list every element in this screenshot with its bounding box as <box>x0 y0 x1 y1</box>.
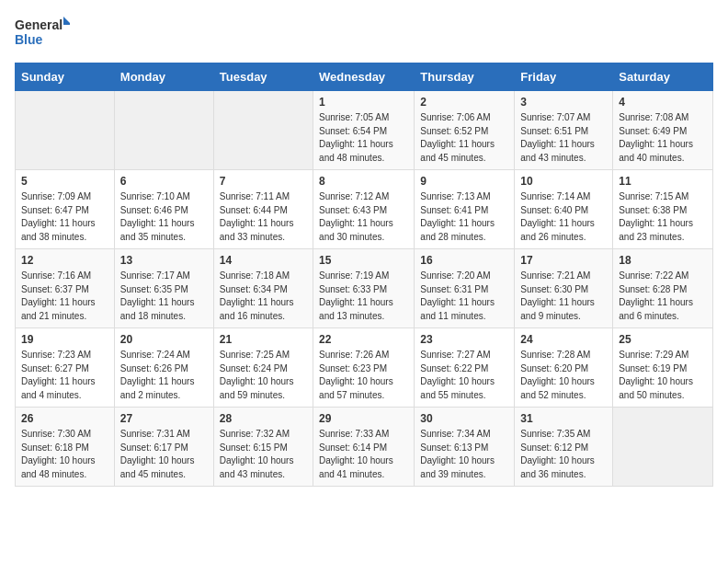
day-info: Sunrise: 7:17 AMSunset: 6:35 PMDaylight:… <box>120 270 208 323</box>
day-info: Sunrise: 7:09 AMSunset: 6:47 PMDaylight:… <box>21 190 108 244</box>
day-number: 8 <box>319 175 408 188</box>
svg-text:General: General <box>15 17 63 32</box>
calendar-day-cell: 11Sunrise: 7:15 AMSunset: 6:38 PMDayligh… <box>613 170 713 249</box>
calendar-day-cell: 19Sunrise: 7:23 AMSunset: 6:27 PMDayligh… <box>16 328 115 408</box>
calendar-day-cell <box>16 91 115 170</box>
day-number: 19 <box>21 333 108 346</box>
day-number: 24 <box>520 333 607 346</box>
day-number: 10 <box>520 175 607 188</box>
calendar-day-cell: 18Sunrise: 7:22 AMSunset: 6:28 PMDayligh… <box>613 249 713 328</box>
day-info: Sunrise: 7:08 AMSunset: 6:49 PMDaylight:… <box>619 111 707 165</box>
svg-text:Blue: Blue <box>15 32 43 47</box>
logo-svg: General Blue <box>15 15 70 52</box>
day-info: Sunrise: 7:14 AMSunset: 6:40 PMDaylight:… <box>520 190 607 244</box>
day-info: Sunrise: 7:24 AMSunset: 6:26 PMDaylight:… <box>120 349 208 402</box>
day-info: Sunrise: 7:20 AMSunset: 6:31 PMDaylight:… <box>420 270 508 323</box>
day-info: Sunrise: 7:21 AMSunset: 6:30 PMDaylight:… <box>520 270 607 323</box>
calendar-day-cell: 31Sunrise: 7:35 AMSunset: 6:12 PMDayligh… <box>515 408 613 487</box>
day-info: Sunrise: 7:23 AMSunset: 6:27 PMDaylight:… <box>21 349 108 402</box>
day-number: 21 <box>220 333 307 346</box>
day-info: Sunrise: 7:25 AMSunset: 6:24 PMDaylight:… <box>220 349 307 402</box>
calendar-weekday-header: Wednesday <box>313 63 415 91</box>
day-info: Sunrise: 7:16 AMSunset: 6:37 PMDaylight:… <box>21 270 108 323</box>
day-info: Sunrise: 7:33 AMSunset: 6:14 PMDaylight:… <box>319 428 408 481</box>
calendar-week-row: 12Sunrise: 7:16 AMSunset: 6:37 PMDayligh… <box>16 249 713 328</box>
day-number: 17 <box>520 254 607 267</box>
day-info: Sunrise: 7:32 AMSunset: 6:15 PMDaylight:… <box>220 428 307 481</box>
day-info: Sunrise: 7:30 AMSunset: 6:18 PMDaylight:… <box>21 428 108 481</box>
calendar-day-cell <box>114 91 213 170</box>
day-number: 9 <box>420 175 508 188</box>
day-info: Sunrise: 7:26 AMSunset: 6:23 PMDaylight:… <box>319 349 408 402</box>
calendar-day-cell: 27Sunrise: 7:31 AMSunset: 6:17 PMDayligh… <box>114 408 213 487</box>
calendar-day-cell: 6Sunrise: 7:10 AMSunset: 6:46 PMDaylight… <box>114 170 213 249</box>
day-info: Sunrise: 7:31 AMSunset: 6:17 PMDaylight:… <box>120 428 208 481</box>
calendar-weekday-header: Tuesday <box>213 63 313 91</box>
day-number: 23 <box>420 333 508 346</box>
day-number: 22 <box>319 333 408 346</box>
calendar-weekday-header: Monday <box>114 63 213 91</box>
calendar-day-cell: 8Sunrise: 7:12 AMSunset: 6:43 PMDaylight… <box>313 170 415 249</box>
calendar-day-cell: 29Sunrise: 7:33 AMSunset: 6:14 PMDayligh… <box>313 408 415 487</box>
day-number: 7 <box>220 175 307 188</box>
day-info: Sunrise: 7:12 AMSunset: 6:43 PMDaylight:… <box>319 190 408 244</box>
calendar-weekday-header: Sunday <box>16 63 115 91</box>
day-info: Sunrise: 7:06 AMSunset: 6:52 PMDaylight:… <box>420 111 508 165</box>
day-number: 30 <box>420 412 508 425</box>
day-number: 18 <box>619 254 707 267</box>
calendar-day-cell: 25Sunrise: 7:29 AMSunset: 6:19 PMDayligh… <box>613 328 713 408</box>
day-info: Sunrise: 7:19 AMSunset: 6:33 PMDaylight:… <box>319 270 408 323</box>
day-number: 15 <box>319 254 408 267</box>
day-info: Sunrise: 7:15 AMSunset: 6:38 PMDaylight:… <box>619 190 707 244</box>
calendar-week-row: 5Sunrise: 7:09 AMSunset: 6:47 PMDaylight… <box>16 170 713 249</box>
day-info: Sunrise: 7:11 AMSunset: 6:44 PMDaylight:… <box>220 190 307 244</box>
day-number: 14 <box>220 254 307 267</box>
calendar-day-cell <box>613 408 713 487</box>
calendar-day-cell: 2Sunrise: 7:06 AMSunset: 6:52 PMDaylight… <box>415 91 515 170</box>
calendar-day-cell: 10Sunrise: 7:14 AMSunset: 6:40 PMDayligh… <box>515 170 613 249</box>
calendar-weekday-header: Friday <box>515 63 613 91</box>
day-number: 20 <box>120 333 208 346</box>
day-number: 26 <box>21 412 108 425</box>
calendar-day-cell: 9Sunrise: 7:13 AMSunset: 6:41 PMDaylight… <box>415 170 515 249</box>
day-info: Sunrise: 7:35 AMSunset: 6:12 PMDaylight:… <box>520 428 607 481</box>
svg-marker-2 <box>63 17 70 25</box>
day-info: Sunrise: 7:34 AMSunset: 6:13 PMDaylight:… <box>420 428 508 481</box>
day-number: 29 <box>319 412 408 425</box>
calendar-day-cell: 1Sunrise: 7:05 AMSunset: 6:54 PMDaylight… <box>313 91 415 170</box>
day-number: 12 <box>21 254 108 267</box>
calendar-day-cell: 5Sunrise: 7:09 AMSunset: 6:47 PMDaylight… <box>16 170 115 249</box>
day-info: Sunrise: 7:13 AMSunset: 6:41 PMDaylight:… <box>420 190 508 244</box>
calendar-week-row: 19Sunrise: 7:23 AMSunset: 6:27 PMDayligh… <box>16 328 713 408</box>
calendar-day-cell <box>213 91 313 170</box>
calendar-day-cell: 30Sunrise: 7:34 AMSunset: 6:13 PMDayligh… <box>415 408 515 487</box>
calendar-day-cell: 7Sunrise: 7:11 AMSunset: 6:44 PMDaylight… <box>213 170 313 249</box>
calendar-day-cell: 23Sunrise: 7:27 AMSunset: 6:22 PMDayligh… <box>415 328 515 408</box>
day-info: Sunrise: 7:29 AMSunset: 6:19 PMDaylight:… <box>619 349 707 402</box>
calendar-week-row: 1Sunrise: 7:05 AMSunset: 6:54 PMDaylight… <box>16 91 713 170</box>
day-number: 16 <box>420 254 508 267</box>
page-header: General Blue <box>15 15 713 52</box>
calendar-day-cell: 21Sunrise: 7:25 AMSunset: 6:24 PMDayligh… <box>213 328 313 408</box>
calendar-weekday-header: Thursday <box>415 63 515 91</box>
calendar-day-cell: 26Sunrise: 7:30 AMSunset: 6:18 PMDayligh… <box>16 408 115 487</box>
day-info: Sunrise: 7:05 AMSunset: 6:54 PMDaylight:… <box>319 111 408 165</box>
calendar-day-cell: 17Sunrise: 7:21 AMSunset: 6:30 PMDayligh… <box>515 249 613 328</box>
calendar-week-row: 26Sunrise: 7:30 AMSunset: 6:18 PMDayligh… <box>16 408 713 487</box>
calendar-weekday-header: Saturday <box>613 63 713 91</box>
day-number: 2 <box>420 96 508 109</box>
day-number: 27 <box>120 412 208 425</box>
calendar-day-cell: 20Sunrise: 7:24 AMSunset: 6:26 PMDayligh… <box>114 328 213 408</box>
day-number: 5 <box>21 175 108 188</box>
day-number: 3 <box>520 96 607 109</box>
calendar-day-cell: 15Sunrise: 7:19 AMSunset: 6:33 PMDayligh… <box>313 249 415 328</box>
day-number: 1 <box>319 96 408 109</box>
day-number: 25 <box>619 333 707 346</box>
day-info: Sunrise: 7:18 AMSunset: 6:34 PMDaylight:… <box>220 270 307 323</box>
calendar-day-cell: 3Sunrise: 7:07 AMSunset: 6:51 PMDaylight… <box>515 91 613 170</box>
calendar-header-row: SundayMondayTuesdayWednesdayThursdayFrid… <box>16 63 713 91</box>
day-info: Sunrise: 7:27 AMSunset: 6:22 PMDaylight:… <box>420 349 508 402</box>
calendar-day-cell: 24Sunrise: 7:28 AMSunset: 6:20 PMDayligh… <box>515 328 613 408</box>
day-number: 28 <box>220 412 307 425</box>
calendar-day-cell: 28Sunrise: 7:32 AMSunset: 6:15 PMDayligh… <box>213 408 313 487</box>
